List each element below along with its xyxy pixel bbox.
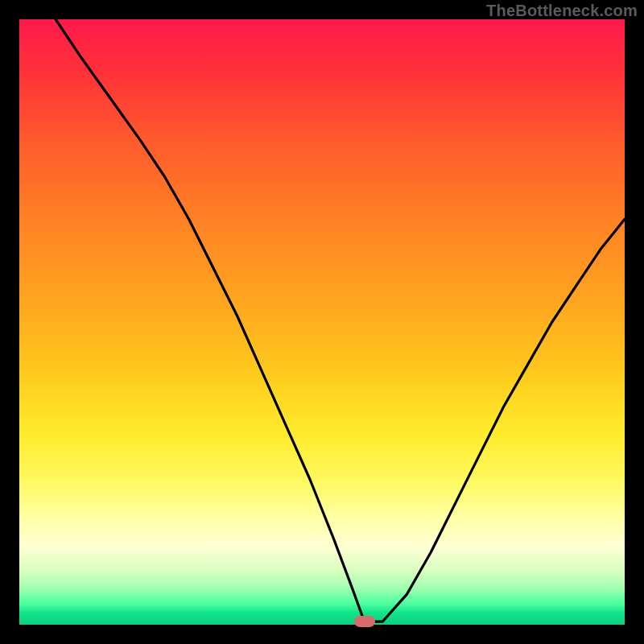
chart-frame: TheBottleneck.com: [0, 0, 644, 644]
bottleneck-marker: [354, 616, 375, 627]
watermark-text: TheBottleneck.com: [486, 2, 638, 20]
plot-area: [19, 19, 625, 625]
bottleneck-curve-path: [56, 19, 625, 621]
curve-svg: [19, 19, 625, 625]
